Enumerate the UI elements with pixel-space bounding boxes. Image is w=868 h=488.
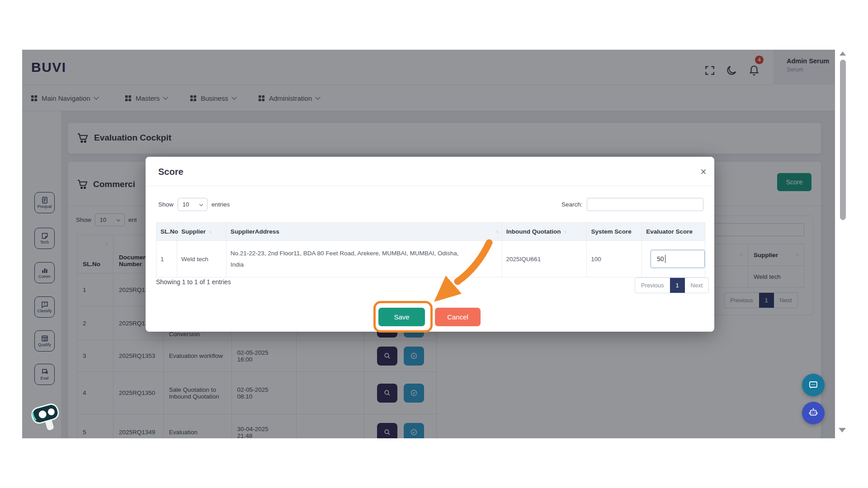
previous-page-button[interactable]: Previous [635, 278, 670, 293]
chevron-down-icon [199, 202, 203, 206]
close-icon[interactable]: × [696, 165, 711, 179]
show-entries-control: Show 10 entries [158, 198, 230, 211]
search-control: Search: [561, 198, 703, 211]
col-header-slno[interactable]: SL.No [156, 223, 177, 240]
divider [146, 186, 714, 186]
pagination: Previous 1 Next [635, 277, 709, 293]
scrollbar-up-arrow[interactable] [840, 52, 846, 56]
chat-fab-button[interactable] [802, 374, 825, 396]
sort-icon: ↑↓ [495, 229, 498, 234]
cancel-button[interactable]: Cancel [435, 308, 481, 326]
robot-icon [808, 408, 819, 418]
scrollbar-down-arrow[interactable] [839, 428, 846, 432]
table-header-row: SL.No Supplier ↑↓ SupplierAddress ↑↓ Inb… [156, 223, 705, 241]
sort-icon: ↑↓ [563, 229, 566, 234]
col-header-inbound-quotation[interactable]: Inbound Quotation ↑↓ [502, 223, 587, 240]
text-caret [665, 255, 666, 263]
search-input[interactable] [587, 198, 703, 211]
assistant-mascot[interactable] [30, 398, 68, 436]
sort-icon: ↑↓ [208, 229, 211, 234]
supplier-address: No.21-22-23, 2nd Floor11, BDA 80 Feet Ro… [231, 248, 502, 270]
col-header-supplier[interactable]: Supplier ↑↓ [177, 223, 226, 240]
page-number-button[interactable]: 1 [670, 278, 685, 293]
scrollbar-thumb[interactable] [840, 60, 846, 220]
evaluator-score-input[interactable]: 50 [651, 250, 705, 268]
score-modal: Score × Show 10 entries Search: SL.No Su… [146, 157, 714, 332]
modal-title: Score [158, 167, 184, 177]
page-length-select[interactable]: 10 [178, 198, 208, 211]
table-summary: Showing 1 to 1 of 1 entries [156, 278, 231, 286]
search-label: Search: [561, 201, 583, 208]
col-header-evaluator-score[interactable]: Evaluator Score [642, 223, 705, 240]
col-header-system-score[interactable]: System Score [587, 223, 642, 240]
chatbot-fab-button[interactable] [802, 402, 825, 424]
score-table: SL.No Supplier ↑↓ SupplierAddress ↑↓ Inb… [156, 222, 705, 277]
next-page-button[interactable]: Next [685, 278, 709, 293]
save-button[interactable]: Save [378, 308, 425, 326]
table-row: 1 Weld tech No.21-22-23, 2nd Floor11, BD… [156, 241, 705, 277]
col-header-supplier-address[interactable]: SupplierAddress ↑↓ [226, 223, 502, 240]
chat-bubble-icon [808, 380, 819, 390]
